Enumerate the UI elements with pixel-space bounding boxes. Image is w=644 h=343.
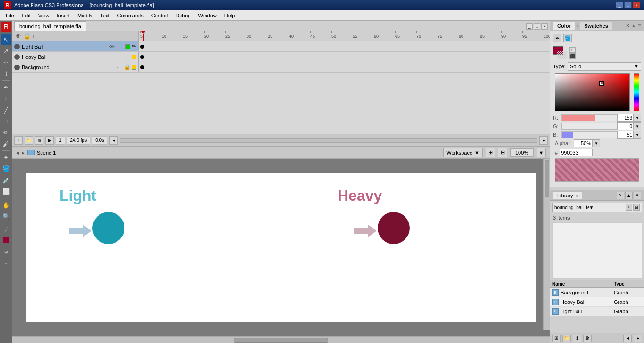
hscroll-thumb[interactable] — [234, 338, 328, 343]
stroke-eyedropper[interactable]: ✒ — [553, 34, 561, 42]
minimize-button[interactable]: _ — [616, 2, 623, 8]
menu-edit[interactable]: Edit — [18, 10, 34, 20]
menu-control[interactable]: Control — [148, 10, 172, 20]
stroke-color[interactable]: ╱ — [1, 225, 11, 235]
hand-tool[interactable]: ✋ — [1, 200, 11, 210]
fill-eyedropper[interactable]: 🪣 — [563, 34, 572, 42]
doc-restore-btn[interactable]: □ — [534, 23, 540, 30]
menu-window[interactable]: Window — [195, 10, 221, 20]
color-panel-close[interactable]: × — [626, 23, 629, 29]
green-channel-bar[interactable] — [561, 123, 617, 130]
delete-layer-btn[interactable]: 🗑 — [35, 136, 43, 145]
blue-input[interactable] — [617, 131, 634, 139]
paint-bucket-tool[interactable]: 🪣 — [1, 163, 11, 174]
stage-nav-forward[interactable]: ▸ — [22, 149, 25, 156]
blue-channel-bar[interactable] — [561, 131, 617, 138]
color-panel-expand[interactable]: ▲ — [631, 23, 636, 28]
lib-new-symbol-btn[interactable]: ⊞ — [552, 335, 561, 342]
layer-vis-lock-bg[interactable]: 🔒 — [123, 64, 132, 70]
layer-row-background[interactable]: Background · 🔒 — [12, 62, 550, 73]
layer-vis-lock[interactable]: · — [117, 44, 125, 49]
stage-btn-2[interactable]: ⊟ — [498, 148, 507, 157]
library-options-btn[interactable]: ⊞ — [633, 204, 640, 211]
restore-button[interactable]: □ — [624, 2, 632, 8]
doc-tab-bouncing[interactable]: bouncing_ball_template.fla — [14, 21, 86, 31]
tab-swatches[interactable]: Swatches — [580, 22, 612, 30]
vscroll-thumb[interactable] — [545, 160, 549, 197]
layer-frames-heavyball[interactable] — [139, 52, 550, 62]
library-close-x[interactable]: × — [576, 194, 578, 198]
menu-commands[interactable]: Commands — [113, 10, 147, 20]
eyedropper-tool[interactable]: 💉 — [1, 175, 11, 185]
play-btn[interactable]: ▶ — [45, 136, 54, 145]
keyframe[interactable] — [140, 65, 144, 69]
blue-dropdown[interactable]: ▼ — [634, 131, 641, 139]
library-add-btn[interactable]: + — [626, 204, 632, 211]
doc-close-btn[interactable]: × — [541, 23, 548, 30]
green-dropdown[interactable]: ▼ — [634, 122, 641, 130]
library-tab[interactable]: Library × — [553, 191, 582, 199]
library-item-lightball[interactable]: L Light Ball Graph — [550, 307, 644, 316]
stroke-color-swatch[interactable] — [557, 51, 567, 59]
lib-delete-btn[interactable]: 🗑 — [583, 335, 592, 342]
layer-row-heavyball[interactable]: Heavy Ball · · — [12, 52, 550, 62]
layer-vis-eye[interactable]: 👁 — [107, 44, 116, 49]
brush-tool[interactable]: 🖌 — [1, 139, 11, 149]
tl-scrollbar[interactable] — [120, 138, 537, 143]
lasso-tool[interactable]: ⌇ — [1, 68, 11, 79]
alpha-input[interactable] — [574, 139, 593, 147]
menu-debug[interactable]: Debug — [172, 10, 194, 20]
library-file-dropdown[interactable]: bouncing_ball_template.fla ▼ + ⊞ — [552, 203, 642, 212]
library-menu-btn[interactable]: ≡ — [634, 192, 641, 199]
library-item-heavyball[interactable]: H Heavy Ball Graph — [550, 297, 644, 307]
library-expand-btn[interactable]: ▲ — [625, 192, 633, 199]
stage-vscroll[interactable] — [543, 159, 550, 330]
lib-new-folder-btn[interactable]: 📁 — [562, 335, 571, 342]
red-channel-bar[interactable] — [561, 114, 617, 121]
menu-help[interactable]: Help — [221, 10, 239, 20]
layer-frames-bg[interactable] — [139, 62, 550, 72]
pencil-tool[interactable]: ✏ — [1, 127, 11, 138]
select-tool[interactable]: ↖ — [1, 34, 11, 45]
zoom-dropdown[interactable]: ▼ — [537, 148, 546, 157]
add-folder-btn[interactable]: 📁 — [25, 136, 33, 145]
line-tool[interactable]: ╱ — [1, 105, 11, 115]
color-type-dropdown[interactable]: Solid ▼ — [568, 62, 641, 71]
layer-frames-lightball[interactable] — [139, 41, 550, 51]
menu-file[interactable]: File — [2, 10, 18, 20]
red-dropdown[interactable]: ▼ — [634, 114, 641, 122]
transform-tool[interactable]: ⊹ — [1, 57, 11, 67]
keyframe[interactable] — [140, 45, 144, 49]
tl-scroll-right[interactable]: ▸ — [539, 136, 548, 145]
menu-modify[interactable]: Modify — [74, 10, 96, 20]
default-colors-btn[interactable]: ⬛ — [569, 53, 576, 59]
layer-vis-lock-heavy[interactable]: · — [123, 54, 132, 60]
lib-scroll-right[interactable]: ▸ — [634, 335, 642, 342]
workspace-dropdown[interactable]: Workspace ▼ — [443, 148, 483, 157]
stage-hscroll[interactable] — [12, 336, 550, 343]
flash-home-button[interactable]: Fl — [1, 22, 11, 32]
alpha-dropdown[interactable]: ▼ — [593, 139, 600, 147]
keyframe[interactable] — [140, 55, 144, 59]
lib-scroll-left[interactable]: ◂ — [623, 335, 632, 342]
layer-vis-eye-heavy[interactable]: · — [114, 54, 122, 60]
color-gradient-picker[interactable] — [555, 74, 630, 111]
doc-minimize-btn[interactable]: _ — [526, 23, 533, 30]
ink-tool[interactable]: ✦ — [1, 152, 11, 163]
hex-input[interactable] — [560, 149, 593, 156]
subselect-tool[interactable]: ↗ — [1, 46, 11, 56]
menu-text[interactable]: Text — [96, 10, 113, 20]
lib-properties-btn[interactable]: ℹ — [573, 335, 581, 342]
layer-row-lightball[interactable]: Light Ball 👁 · ✏ — [12, 41, 550, 52]
library-close-btn[interactable]: × — [617, 192, 624, 199]
snap-tool[interactable]: ⊞ — [1, 247, 11, 257]
red-input[interactable] — [617, 114, 634, 122]
green-input[interactable] — [617, 122, 634, 130]
rect-tool[interactable]: □ — [1, 116, 11, 126]
motion-editor[interactable]: ↔ — [1, 258, 11, 269]
stage-btn-1[interactable]: ⊞ — [486, 148, 495, 157]
add-layer-btn[interactable]: + — [14, 136, 23, 145]
library-item-background[interactable]: B Background Graph — [550, 288, 644, 297]
close-button[interactable]: × — [633, 2, 640, 8]
menu-insert[interactable]: Insert — [53, 10, 74, 20]
